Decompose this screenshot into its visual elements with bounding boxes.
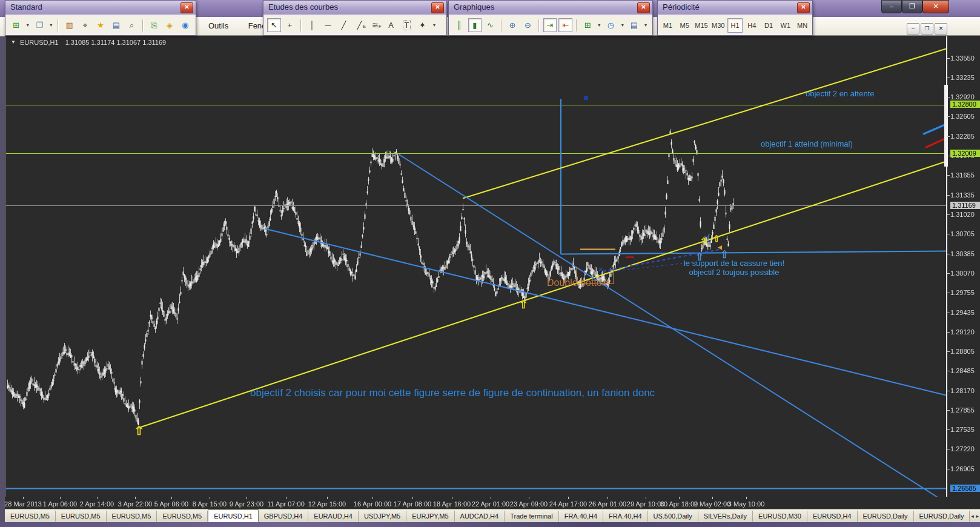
market-watch-icon[interactable]: ▥ xyxy=(62,18,76,32)
dropdown-caret-icon[interactable]: ▾ xyxy=(431,22,437,28)
crosshair-icon[interactable]: + xyxy=(283,18,297,32)
chart-tab-16[interactable]: EURUSD,H4 xyxy=(807,511,858,522)
period-button-m1[interactable]: M1 xyxy=(660,18,675,33)
periods-icon: ◷ xyxy=(608,21,614,30)
zoom-in-icon[interactable]: ⊕ xyxy=(506,18,520,32)
chart-tab-14[interactable]: SILVERs,Daily xyxy=(698,511,753,522)
bar-chart-icon[interactable]: ║ xyxy=(452,18,466,32)
text-label-icon[interactable]: T xyxy=(400,18,414,32)
zoom-out-icon[interactable]: ⊖ xyxy=(521,18,535,32)
templates-icon[interactable]: ▤ xyxy=(627,18,641,32)
strategy-tester-icon[interactable]: ⌕ xyxy=(125,18,139,32)
child-close-button[interactable]: ✕ xyxy=(935,23,947,35)
period-button-m30[interactable]: M30 xyxy=(710,18,726,33)
period-button-w1[interactable]: W1 xyxy=(778,18,793,33)
chart-tab-10[interactable]: Trade terminal xyxy=(505,511,559,522)
new-order-icon[interactable]: ⎘ xyxy=(147,18,161,32)
data-window-icon[interactable]: ⌖ xyxy=(78,18,92,32)
price-tick-mark xyxy=(947,273,950,274)
candlestick-icon[interactable]: ▮ xyxy=(468,18,482,32)
price-tick-label: 1.30070 xyxy=(950,270,980,277)
price-tick-mark xyxy=(947,214,950,215)
period-button-h4[interactable]: H4 xyxy=(744,18,760,33)
price-tick-label: 1.33235 xyxy=(950,74,980,81)
toolbar-standard-title[interactable]: Standard xyxy=(5,1,196,15)
chart-tab-13[interactable]: US.500,Daily xyxy=(648,511,698,522)
toolbar-line-studies-close-icon[interactable]: ✕ xyxy=(431,2,444,13)
chart-canvas[interactable] xyxy=(5,36,947,498)
toolbar-line-studies-title[interactable]: Etudes des courbes xyxy=(263,1,446,15)
toolbar-periodicity-title[interactable]: Périodicité xyxy=(658,1,812,15)
chart-tab-6[interactable]: EURAUD,H4 xyxy=(308,511,359,522)
trendline-icon[interactable]: ╱ xyxy=(337,18,351,32)
price-tick-label: 1.32009 xyxy=(950,150,980,157)
period-button-m15[interactable]: M15 xyxy=(694,18,709,33)
line-chart-icon[interactable]: ∿ xyxy=(483,18,497,32)
price-tick-label: 1.31169 xyxy=(950,202,980,209)
chart-tab-8[interactable]: EURJPY,M5 xyxy=(406,511,454,522)
horizontal-line-icon[interactable]: ─ xyxy=(321,18,335,32)
indicators-icon[interactable]: ⊞ xyxy=(581,18,595,32)
price-tick-label: 1.29120 xyxy=(950,328,980,336)
tabs-scroll-left-icon[interactable]: ◂ xyxy=(970,513,975,519)
arrows-icon[interactable]: ✦ xyxy=(416,18,429,32)
profiles-icon[interactable]: ❐ xyxy=(33,18,47,32)
maximize-button[interactable]: ❐ xyxy=(902,0,922,13)
vertical-line-icon[interactable]: │ xyxy=(305,18,319,32)
fibonacci-icon[interactable]: ≋F xyxy=(368,18,382,32)
chart-tab-2[interactable]: EURUSD,M5 xyxy=(107,511,157,522)
chart-tab-7[interactable]: USDJPY,M5 xyxy=(359,511,406,522)
period-button-mn[interactable]: MN xyxy=(795,18,810,33)
period-button-m5[interactable]: M5 xyxy=(677,18,692,33)
toolbar-charts-body: ║▮∿⊕⊖⇥⇤⊞▾◷▾▤▾ xyxy=(449,15,652,35)
new-chart-icon[interactable]: ⊞ xyxy=(9,18,23,32)
chart-tab-18[interactable]: EURUSD,Daily xyxy=(914,511,970,522)
toolbar-periodicity-body: M1M5M15M30H1H4D1W1MN xyxy=(658,15,812,35)
autotrading-icon[interactable]: ◉ xyxy=(178,18,192,32)
equidistant-channel-icon[interactable]: ╱E xyxy=(353,18,366,32)
chart-tab-9[interactable]: AUDCAD,H4 xyxy=(455,511,505,522)
period-button-h1[interactable]: H1 xyxy=(727,18,743,33)
cursor-icon[interactable]: ↖ xyxy=(267,18,281,32)
chart-shift-icon[interactable]: ⇤ xyxy=(558,18,572,32)
chart-tab-0[interactable]: EURUSD,M5 xyxy=(5,511,56,522)
periods-icon[interactable]: ◷ xyxy=(604,18,618,32)
menu-outils[interactable]: Outils xyxy=(200,17,237,30)
toolbar-separator xyxy=(142,19,144,31)
price-tick-label: 1.28805 xyxy=(950,348,980,355)
dropdown-caret-icon[interactable]: ▾ xyxy=(643,22,649,28)
child-restore-button[interactable]: ❐ xyxy=(921,23,933,35)
dropdown-caret-icon[interactable]: ▾ xyxy=(25,22,31,28)
chart-tab-17[interactable]: EURUSD,Daily xyxy=(858,511,914,522)
chart-tab-4[interactable]: EURUSD,H1 xyxy=(208,509,259,522)
chart-tab-1[interactable]: EURUSD,M5 xyxy=(56,511,107,522)
text-icon[interactable]: A xyxy=(384,18,398,32)
price-tick-mark xyxy=(947,449,950,449)
chart-tab-12[interactable]: FRA.40,H4 xyxy=(603,511,647,522)
child-minimize-button[interactable]: – xyxy=(907,23,919,35)
new-order-icon: ⎘ xyxy=(151,21,157,30)
terminal-icon[interactable]: ▤ xyxy=(109,18,123,32)
chart-tab-5[interactable]: GBPUSD,H4 xyxy=(259,511,309,522)
tabs-scroll-right-icon[interactable]: ▸ xyxy=(975,513,980,519)
minimize-button[interactable]: – xyxy=(881,0,902,13)
dropdown-caret-icon[interactable]: ▾ xyxy=(596,22,602,28)
toolbar-periodicity-close-icon[interactable]: ✕ xyxy=(797,2,810,13)
period-button-d1[interactable]: D1 xyxy=(761,18,776,33)
dropdown-caret-icon[interactable]: ▾ xyxy=(48,22,54,28)
chart-tab-3[interactable]: EURUSD,M5 xyxy=(157,511,208,522)
auto-scroll-icon[interactable]: ⇥ xyxy=(543,18,557,32)
chart-tab-11[interactable]: FRA.40,H4 xyxy=(559,511,603,522)
toolbar-standard-close-icon[interactable]: ✕ xyxy=(180,2,193,13)
symbol-dropdown-icon[interactable]: ▼ xyxy=(11,39,16,45)
windows-taskbar[interactable] xyxy=(0,522,980,527)
time-tick-label: 3 May 10:00 xyxy=(719,500,773,508)
dropdown-caret-icon[interactable]: ▾ xyxy=(620,22,626,28)
price-tick-label: 1.26905 xyxy=(950,465,980,472)
toolbar-charts-close-icon[interactable]: ✕ xyxy=(637,2,650,13)
navigator-icon[interactable]: ★ xyxy=(94,18,108,32)
chart-tab-15[interactable]: EURUSD,M30 xyxy=(753,511,807,522)
expert-advisors-icon[interactable]: ◈ xyxy=(163,18,177,32)
close-button[interactable]: ✕ xyxy=(922,0,949,13)
toolbar-charts-title[interactable]: Graphiques xyxy=(449,1,652,15)
